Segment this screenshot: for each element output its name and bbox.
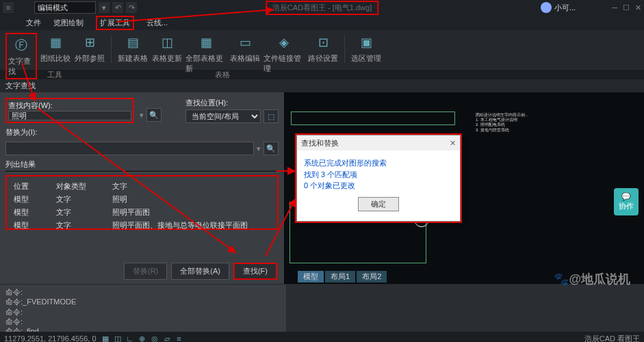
replace-input[interactable]	[5, 142, 254, 155]
drawing-canvas[interactable]: 起始页 KF-1电缆敷设图.dwg 电气1.dwg 图纸设计说明文字内容示例..…	[284, 92, 644, 284]
pick-location-icon[interactable]: ⬚	[263, 109, 279, 123]
sb-osnap-icon[interactable]: ◎	[150, 334, 159, 342]
ribbon-update-table[interactable]: ◫表格更新	[151, 33, 183, 64]
window-title: 浩辰CAD看图王 - [电气1.dwg]	[266, 1, 378, 15]
ribbon-xref[interactable]: ⊞外部参照	[74, 33, 105, 64]
menu-ext-tools[interactable]: 扩展工具	[96, 16, 134, 30]
ribbon-group-tables: 表格	[110, 70, 335, 79]
layout-tab-model[interactable]: 模型	[298, 271, 324, 282]
layout-tab-2[interactable]: 布局2	[357, 271, 387, 282]
ribbon-compare[interactable]: ▦图纸比较	[40, 33, 71, 64]
menu-bar: 文件 览图绘制 扩展工具 云线...	[0, 15, 644, 30]
ribbon-path-set[interactable]: ⊡路径设置	[307, 33, 339, 64]
command-history[interactable]: 命令:命令:_FVEDITMODE命令: 命令:命令:_find命令:	[0, 285, 286, 332]
app-menu-icon[interactable]: ≡	[3, 2, 14, 13]
mode-selector[interactable]: 编辑模式	[34, 1, 96, 14]
replace-label: 替换为(I):	[5, 127, 53, 137]
dialog-ok-button[interactable]: 确定	[358, 197, 399, 211]
help-button[interactable]: 💬 协作	[614, 188, 639, 215]
results-label: 列出结果	[5, 159, 279, 170]
location-select[interactable]: 当前空间/布局	[185, 109, 261, 123]
location-label: 查找位置(H):	[185, 98, 279, 108]
toolbar-icon-1[interactable]: ↶	[112, 2, 123, 13]
user-account[interactable]: 小可...	[541, 2, 576, 13]
ribbon-group-tools: 工具	[0, 70, 110, 79]
replace-options-icon[interactable]: 🔍	[263, 142, 279, 155]
ribbon-link-mgr[interactable]: ◈文件链接管理	[263, 33, 305, 74]
results-table[interactable]: 位置对象类型文字 模型文字照明 模型文字照明平面图 模型文字照明平面图、接地与总…	[10, 179, 274, 233]
menu-annot[interactable]: 云线...	[146, 18, 168, 28]
ribbon-edit-table[interactable]: ▭表格编辑	[229, 33, 261, 64]
ribbon: Ⓕ 文字查找 ▦图纸比较 ⊞外部参照 ▤新建表格 ◫表格更新 ▦全部表格更新 ▭…	[0, 30, 644, 70]
minimize-icon[interactable]: ─	[612, 3, 617, 12]
dialog-line2: 找到 3 个匹配项	[304, 169, 453, 181]
table-row: 模型文字照明	[11, 194, 273, 205]
replace-button[interactable]: 替换(R)	[124, 263, 167, 280]
sb-snap-icon[interactable]: ◫	[113, 334, 123, 342]
find-button[interactable]: 查找(F)	[233, 263, 277, 280]
dialog-title: 查找和替换	[301, 138, 339, 148]
table-row: 模型文字照明平面图	[11, 207, 273, 218]
chat-icon: 💬	[621, 192, 631, 201]
maximize-icon[interactable]: ☐	[623, 3, 630, 12]
sb-ortho-icon[interactable]: ∟	[125, 334, 135, 342]
menu-view[interactable]: 览图绘制	[53, 18, 83, 28]
search-input[interactable]	[8, 111, 131, 120]
command-panel: 命令:命令:_FVEDITMODE命令: 命令:命令:_find命令:	[0, 284, 644, 332]
find-replace-dialog: 查找和替换 ✕ 系统已完成对图形的搜索 找到 3 个匹配项 0 个对象已更改 确…	[296, 135, 461, 222]
panel-title: 文字查找	[0, 79, 644, 92]
dialog-line3: 0 个对象已更改	[304, 180, 453, 192]
coords-display: 11279.2551, 21796.4556, 0	[4, 334, 96, 342]
search-options-icon[interactable]: 🔍	[146, 108, 162, 122]
sb-track-icon[interactable]: ▱	[162, 334, 172, 342]
dialog-line1: 系统已完成对图形的搜索	[304, 157, 453, 169]
dropdown-icon[interactable]: ▾	[99, 2, 110, 13]
close-icon[interactable]: ✕	[635, 3, 641, 12]
find-panel: 查找内容(W): 查找位置(H): 当前空间/布局 ⬚ ▾ 🔍 替换为(I): …	[0, 92, 284, 284]
search-label: 查找内容(W):	[8, 101, 56, 111]
layout-tab-1[interactable]: 布局1	[325, 271, 355, 282]
results-box: 位置对象类型文字 模型文字照明 模型文字照明平面图 模型文字照明平面图、接地与总…	[5, 175, 279, 230]
sb-lwt-icon[interactable]: ≡	[175, 334, 184, 342]
ribbon-update-all[interactable]: ▦全部表格更新	[185, 33, 227, 74]
dialog-close-icon[interactable]: ✕	[450, 139, 456, 148]
ribbon-new-table[interactable]: ▤新建表格	[117, 33, 149, 64]
command-output	[286, 285, 644, 332]
table-row: 模型文字照明平面图、接地与总等电位联接平面图	[11, 220, 273, 231]
menu-file[interactable]: 文件	[26, 18, 41, 28]
brand-label: 浩辰CAD 看图王	[584, 334, 640, 343]
status-bar: 11279.2551, 21796.4556, 0 ▦ ◫ ∟ ⊕ ◎ ▱ ≡ …	[0, 332, 644, 342]
toolbar-icon-2[interactable]: ↷	[126, 2, 137, 13]
sb-polar-icon[interactable]: ⊕	[138, 334, 147, 342]
replace-all-button[interactable]: 全部替换(A)	[171, 263, 229, 280]
text-find-icon: Ⓕ	[12, 36, 31, 55]
ribbon-sel-mgr[interactable]: ▣选区管理	[350, 33, 382, 64]
avatar-icon	[541, 2, 552, 13]
sb-grid-icon[interactable]: ▦	[101, 334, 110, 342]
